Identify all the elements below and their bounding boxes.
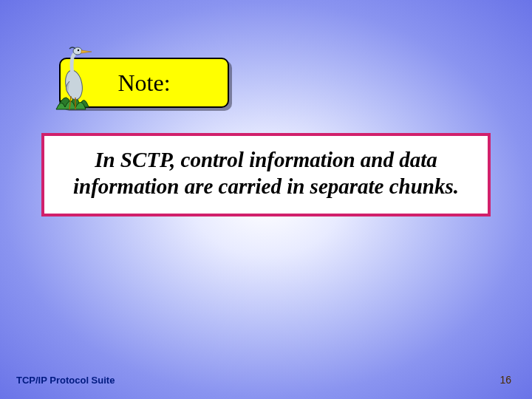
- svg-point-2: [78, 50, 79, 51]
- page-number: 16: [499, 374, 511, 386]
- note-label: Note:: [117, 69, 170, 97]
- heron-icon: [50, 44, 102, 115]
- content-text: In SCTP, control information and data in…: [50, 146, 482, 200]
- content-box: In SCTP, control information and data in…: [41, 133, 491, 216]
- slide: Note: In SCTP, control information and d…: [0, 0, 532, 399]
- footer-title: TCP/IP Protocol Suite: [16, 375, 115, 386]
